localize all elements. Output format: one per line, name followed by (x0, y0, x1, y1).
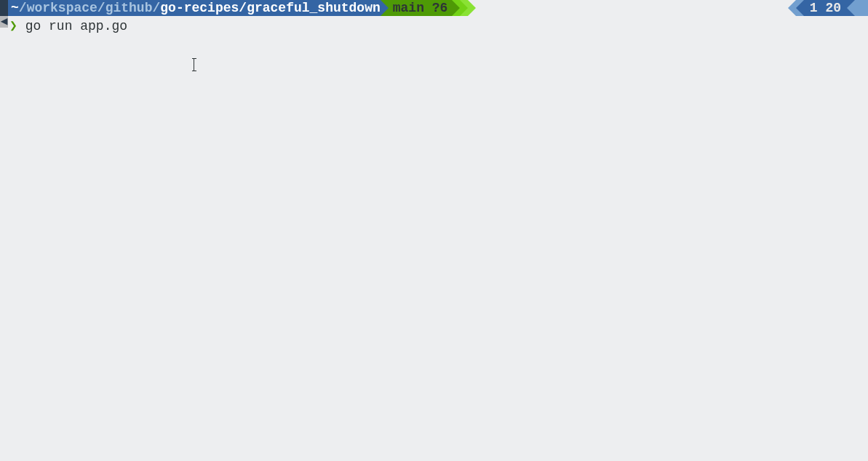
powerline-arrow-icon (452, 0, 460, 16)
path-dir-github: github (105, 1, 153, 15)
terminal-pane[interactable]: ~/workspace/github/go-recipes/graceful_s… (8, 0, 868, 461)
path-dir-go-recipes: go-recipes (160, 1, 239, 15)
powerline-arrow-icon (460, 0, 468, 16)
left-edge-arrow-icon: ◀ (0, 16, 8, 28)
path-sep: / (19, 1, 27, 15)
left-edge-strip: ◀ (0, 0, 8, 461)
path-sep: / (97, 1, 105, 15)
powerline-arrow-icon (468, 0, 476, 16)
text-cursor-icon (194, 58, 194, 71)
path-dir-graceful-shutdown: graceful_shutdown (247, 1, 381, 15)
powerline-arrow-icon (847, 0, 855, 16)
left-edge-top-block (0, 0, 8, 16)
powerline-arrow-icon (796, 0, 804, 16)
prompt-line[interactable]: ❯ go run app.go (8, 16, 868, 35)
path-sep: / (239, 1, 247, 15)
path-tilde: ~ (11, 1, 19, 15)
git-branch-segment: main ?6 (389, 0, 453, 16)
powerline-status-bar: ~/workspace/github/go-recipes/graceful_s… (8, 0, 868, 16)
right-status-segment: 1 20 (804, 0, 847, 16)
prompt-symbol: ❯ (9, 19, 17, 33)
command-input[interactable]: go run app.go (25, 19, 127, 33)
path-sep: / (152, 1, 160, 15)
path-segment: ~/workspace/github/go-recipes/graceful_s… (8, 0, 381, 16)
right-end-block (855, 0, 868, 16)
path-dir-workspace: workspace (27, 1, 97, 15)
status-spacer (476, 0, 787, 16)
powerline-arrow-icon (381, 0, 389, 16)
powerline-arrow-icon (788, 0, 796, 16)
